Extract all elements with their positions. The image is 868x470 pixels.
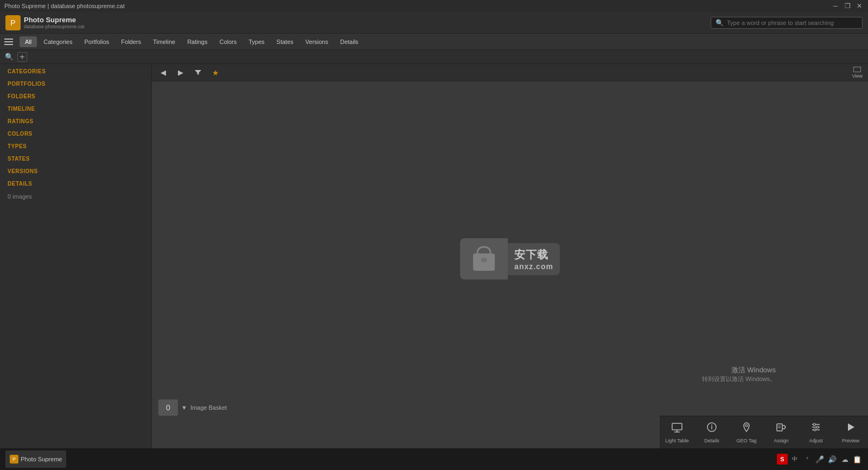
light-table-button[interactable]: Light Table bbox=[660, 417, 694, 448]
tab-types[interactable]: Types bbox=[243, 36, 270, 47]
tray-icon-cloud[interactable]: ☁ bbox=[839, 454, 850, 465]
window-title: Photo Supreme | database photosupreme.ca… bbox=[4, 3, 125, 9]
view-label: View bbox=[852, 67, 863, 79]
svg-rect-0 bbox=[473, 253, 495, 271]
preview-label: Preview bbox=[842, 438, 859, 444]
view-button[interactable]: View bbox=[852, 67, 863, 79]
app-logo: P Photo Supreme database photosupreme.ca… bbox=[5, 15, 85, 30]
tab-all[interactable]: All bbox=[20, 36, 37, 47]
tab-states[interactable]: States bbox=[271, 36, 299, 47]
empty-content-area: 安下载 anxz.com bbox=[152, 81, 868, 454]
filter-bar: ◀ ▶ ★ View bbox=[152, 64, 868, 81]
bottom-toolbar: Light Table Details GEO Tag bbox=[660, 416, 868, 448]
adjust-button[interactable]: Adjust bbox=[799, 417, 833, 448]
sidebar-item-states[interactable]: STATES bbox=[0, 151, 151, 164]
tab-portfolios[interactable]: Portfolios bbox=[79, 36, 114, 47]
tray-icon-chinese[interactable]: 中 bbox=[789, 454, 800, 465]
tray-icon-mic[interactable]: 🎤 bbox=[814, 454, 825, 465]
tray-icon-s[interactable]: S bbox=[777, 454, 788, 465]
add-tab-button[interactable]: + bbox=[17, 52, 27, 62]
close-button[interactable]: ✕ bbox=[855, 2, 864, 10]
sidebar-item-timeline[interactable]: TIMELINE bbox=[0, 101, 151, 114]
sidebar-item-categories[interactable]: CATEGORIES bbox=[0, 64, 151, 77]
watermark-overlay: 安下载 anxz.com bbox=[460, 238, 560, 280]
sidebar-item-ratings[interactable]: RATINGS bbox=[0, 114, 151, 126]
geo-tag-icon bbox=[741, 421, 752, 436]
header-search-box[interactable]: 🔍 bbox=[711, 17, 863, 29]
tray-icon-speaker[interactable]: 🔊 bbox=[827, 454, 838, 465]
tray-icon-clipboard[interactable]: 📋 bbox=[852, 454, 863, 465]
nav-bar: All Categories Portfolios Folders Timeli… bbox=[0, 34, 868, 50]
taskbar-app-label: Photo Supreme bbox=[21, 456, 62, 462]
sidebar-item-details[interactable]: DETAILS bbox=[0, 176, 151, 189]
watermark-icon bbox=[460, 238, 508, 280]
details-label: Details bbox=[704, 438, 719, 444]
tray-icon-degree[interactable]: ° bbox=[802, 454, 813, 465]
tab-ratings[interactable]: Ratings bbox=[182, 36, 213, 47]
basket-count-badge[interactable]: 0 bbox=[158, 399, 178, 416]
tab-colors[interactable]: Colors bbox=[214, 36, 242, 47]
hamburger-line-1 bbox=[4, 39, 13, 40]
taskbar-tray: S 中 ° 🎤 🔊 ☁ 📋 bbox=[777, 454, 863, 465]
back-button[interactable]: ◀ bbox=[157, 67, 169, 79]
app-logo-icon: P bbox=[5, 15, 21, 30]
search-input[interactable] bbox=[727, 20, 858, 26]
details-button[interactable]: Details bbox=[694, 417, 729, 448]
assign-button[interactable]: Assign bbox=[764, 417, 799, 448]
light-table-label: Light Table bbox=[665, 438, 688, 444]
geo-tag-button[interactable]: GEO Tag bbox=[729, 417, 764, 448]
forward-button[interactable]: ▶ bbox=[175, 67, 187, 79]
app-header: P Photo Supreme database photosupreme.ca… bbox=[0, 12, 868, 34]
tab-categories[interactable]: Categories bbox=[38, 36, 78, 47]
image-basket-label: Image Basket bbox=[190, 404, 227, 411]
svg-point-13 bbox=[816, 426, 819, 428]
title-bar: Photo Supreme | database photosupreme.ca… bbox=[0, 0, 868, 12]
search-button[interactable]: 🔍 bbox=[3, 51, 15, 63]
minimize-button[interactable]: ─ bbox=[831, 2, 840, 10]
sidebar: CATEGORIES PORTFOLIOS FOLDERS TIMELINE R… bbox=[0, 64, 152, 454]
star-button[interactable]: ★ bbox=[209, 67, 221, 79]
app-title-area: Photo Supreme database photosupreme.cat bbox=[24, 16, 85, 29]
filter-button[interactable] bbox=[192, 67, 204, 79]
tab-timeline[interactable]: Timeline bbox=[148, 36, 181, 47]
taskbar-app-item[interactable]: P Photo Supreme bbox=[5, 450, 66, 468]
svg-point-14 bbox=[814, 429, 816, 431]
preview-icon bbox=[845, 421, 857, 436]
adjust-label: Adjust bbox=[809, 438, 822, 444]
image-basket-area: 0 ▼ Image Basket bbox=[158, 399, 227, 416]
window-controls: ─ ❐ ✕ bbox=[831, 2, 864, 10]
restore-button[interactable]: ❐ bbox=[843, 2, 852, 10]
taskbar-app-icon: P bbox=[10, 455, 18, 463]
details-icon bbox=[706, 421, 718, 436]
svg-point-7 bbox=[711, 424, 712, 425]
tab-details[interactable]: Details bbox=[335, 36, 364, 47]
sidebar-item-types[interactable]: TYPES bbox=[0, 139, 151, 151]
main-layout: CATEGORIES PORTFOLIOS FOLDERS TIMELINE R… bbox=[0, 64, 868, 454]
taskbar: P Photo Supreme S 中 ° 🎤 🔊 ☁ 📋 bbox=[0, 448, 868, 470]
sidebar-item-colors[interactable]: COLORS bbox=[0, 126, 151, 139]
svg-point-8 bbox=[745, 424, 748, 427]
tab-bar: 🔍 + bbox=[0, 50, 868, 64]
app-name: Photo Supreme bbox=[24, 16, 85, 24]
images-count: 0 images bbox=[0, 189, 151, 204]
assign-label: Assign bbox=[774, 438, 788, 444]
tab-versions[interactable]: Versions bbox=[300, 36, 334, 47]
assign-icon bbox=[775, 421, 787, 436]
tab-folders[interactable]: Folders bbox=[116, 36, 146, 47]
hamburger-line-3 bbox=[4, 44, 13, 45]
sidebar-item-folders[interactable]: FOLDERS bbox=[0, 89, 151, 101]
search-icon: 🔍 bbox=[716, 19, 724, 27]
geo-tag-label: GEO Tag bbox=[737, 438, 757, 444]
sidebar-item-versions[interactable]: VERSIONS bbox=[0, 164, 151, 176]
basket-dropdown-icon[interactable]: ▼ bbox=[181, 404, 187, 411]
preview-button[interactable]: Preview bbox=[833, 417, 868, 448]
hamburger-button[interactable] bbox=[4, 36, 15, 47]
hamburger-line-2 bbox=[4, 41, 13, 42]
app-subtitle: database photosupreme.cat bbox=[24, 24, 85, 29]
adjust-icon bbox=[810, 421, 822, 436]
light-table-icon bbox=[671, 421, 683, 436]
sidebar-item-portfolios[interactable]: PORTFOLIOS bbox=[0, 77, 151, 89]
svg-rect-1 bbox=[481, 258, 487, 262]
watermark-text: 安下载 anxz.com bbox=[508, 243, 560, 275]
svg-rect-2 bbox=[672, 423, 682, 430]
